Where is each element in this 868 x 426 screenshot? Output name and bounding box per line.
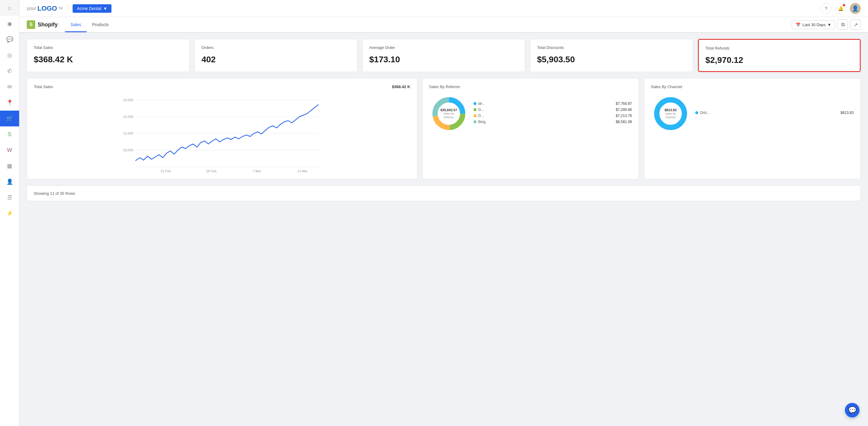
shop-icon: 🛒 xyxy=(6,115,13,122)
channel-donut-wrap: $813.83 Sales By Channel xyxy=(651,94,690,133)
woo-icon: W xyxy=(7,147,12,153)
logo-tm-text: TM xyxy=(58,7,63,10)
tab-sales[interactable]: Sales xyxy=(65,18,87,32)
legend-value-google: $7,286.86 xyxy=(616,108,632,112)
sidebar-item-location[interactable]: 📍 xyxy=(0,95,19,111)
top-header: your LOGO TM Acme Dental ▼ ? 🔔 👤 xyxy=(20,0,868,17)
line-chart-total: $368.42 K xyxy=(392,85,410,89)
channel-donut-value: $813.83 xyxy=(660,108,680,112)
kpi-label-orders: Orders xyxy=(202,45,350,50)
sidebar-item-chat[interactable]: 💬 xyxy=(0,32,19,48)
svg-text:10,000: 10,000 xyxy=(123,148,133,152)
referrer-chart-header: Sales By Referrer xyxy=(429,85,632,89)
kpi-value-orders: 402 xyxy=(202,55,350,64)
date-filter-label: Last 30 Days xyxy=(802,23,826,27)
referrer-legend: dir... $7,760.87 G... $7,286.86 D... $7,… xyxy=(473,101,632,126)
sidebar-item-activity[interactable]: ◉ xyxy=(0,16,19,32)
main-content: Total Sales $368.42 K Orders 402 Average… xyxy=(20,33,868,426)
legend-item-online: Onli... $813.83 xyxy=(695,111,854,115)
kpi-card-total-sales: Total Sales $368.42 K xyxy=(27,39,189,72)
sidebar-item-home[interactable]: ⌂ xyxy=(0,0,19,16)
company-button[interactable]: Acme Dental ▼ xyxy=(72,4,112,13)
channel-legend: Onli... $813.83 xyxy=(695,111,854,117)
kpi-value-average-order: $173.10 xyxy=(369,55,518,64)
kpi-label-total-sales: Total Sales xyxy=(34,45,183,50)
chart-row: Total Sales $368.42 K 16,000 14,000 xyxy=(27,78,861,179)
svg-text:14 Mar: 14 Mar xyxy=(297,169,308,173)
kpi-card-orders: Orders 402 xyxy=(194,39,357,72)
calendar-icon: 📅 xyxy=(796,23,801,27)
legend-label-d: D... xyxy=(478,114,614,118)
content-header: S Shopify Sales Products 📅 Last 30 Days … xyxy=(20,17,868,33)
svg-text:16,000: 16,000 xyxy=(123,98,133,102)
sidebar-item-woo[interactable]: W xyxy=(0,142,19,158)
legend-item-dir: dir... $7,760.87 xyxy=(473,101,632,106)
kpi-label-average-order: Average Order xyxy=(369,45,518,50)
share-button[interactable]: ↗ xyxy=(850,20,861,30)
sidebar-item-plug[interactable]: ⚡ xyxy=(0,205,19,221)
shopify-icon: S xyxy=(8,131,11,138)
sidebar-item-users[interactable]: 👤 xyxy=(0,174,19,190)
kpi-label-total-refunds: Total Refunds xyxy=(706,46,853,51)
home-icon: ⌂ xyxy=(8,5,11,11)
share-icon: ↗ xyxy=(854,22,858,28)
svg-text:7 Mar: 7 Mar xyxy=(253,169,261,173)
legend-dot-google xyxy=(473,108,476,111)
help-icon: ? xyxy=(825,6,827,11)
bell-icon: 🔔 xyxy=(838,6,844,11)
plug-icon: ⚡ xyxy=(6,210,13,217)
line-chart-header: Total Sales $368.42 K xyxy=(34,85,410,89)
sidebar-item-target[interactable]: ◎ xyxy=(0,48,19,63)
date-filter-button[interactable]: 📅 Last 30 Days ▼ xyxy=(792,20,835,29)
legend-item-bing: Bing $8,581.08 xyxy=(473,120,632,124)
legend-item-google: G... $7,286.86 xyxy=(473,108,632,112)
sidebar-item-reports[interactable]: ▦ xyxy=(0,158,19,174)
kpi-card-average-order: Average Order $173.10 xyxy=(362,39,525,72)
legend-label-google: G... xyxy=(478,108,614,112)
tabs-right: 📅 Last 30 Days ▼ ⧉ ↗ xyxy=(792,20,861,30)
help-button[interactable]: ? xyxy=(820,3,832,14)
legend-label-online: Onli... xyxy=(700,111,839,115)
logo-LOGO-text: LOGO xyxy=(37,5,57,12)
sidebar-item-list[interactable]: ☰ xyxy=(0,190,19,205)
channel-chart-title: Sales By Channel xyxy=(651,85,682,89)
users-icon: 👤 xyxy=(6,178,13,185)
legend-dot-d xyxy=(473,114,476,117)
svg-text:28 Feb: 28 Feb xyxy=(206,169,217,173)
columns-button[interactable]: ⧉ xyxy=(838,20,848,30)
sales-by-referrer-card: Sales By Referrer xyxy=(422,78,639,179)
activity-icon: ◉ xyxy=(7,20,12,27)
chat-icon: 💬 xyxy=(6,36,13,43)
logo-area: your LOGO TM xyxy=(27,5,63,12)
legend-dot-dir xyxy=(473,102,476,105)
chat-bubble-button[interactable]: 💬 xyxy=(845,403,860,418)
legend-value-bing: $8,581.08 xyxy=(616,120,632,124)
shopify-brand: S Shopify xyxy=(27,20,58,29)
date-chevron-icon: ▼ xyxy=(827,23,831,27)
main-container: your LOGO TM Acme Dental ▼ ? 🔔 👤 xyxy=(20,0,868,426)
referrer-chart-title: Sales By Referrer xyxy=(429,85,460,89)
chat-bubble-icon: 💬 xyxy=(848,406,857,414)
sidebar-item-email[interactable]: ✉ xyxy=(0,79,19,95)
notification-button[interactable]: 🔔 xyxy=(835,3,846,14)
sales-by-channel-card: Sales By Channel $813.83 Sales By Channe… xyxy=(644,78,861,179)
sidebar-item-shop[interactable]: 🛒 xyxy=(0,111,19,126)
tabs-left: S Shopify Sales Products xyxy=(27,18,114,32)
header-right: ? 🔔 👤 xyxy=(820,3,861,14)
avatar[interactable]: 👤 xyxy=(850,3,861,14)
sidebar-item-phone[interactable]: ✆ xyxy=(0,63,19,79)
legend-value-online: $813.83 xyxy=(841,111,854,115)
legend-value-d: $7,213.76 xyxy=(616,114,632,118)
columns-icon: ⧉ xyxy=(841,22,845,27)
referrer-donut-sublabel: Sales By Referrer xyxy=(439,112,459,119)
sidebar-item-shopify[interactable]: S xyxy=(0,126,19,142)
target-icon: ◎ xyxy=(7,52,12,59)
sidebar: ⌂ ◉ 💬 ◎ ✆ ✉ 📍 🛒 S W ▦ 👤 ☰ ⚡ xyxy=(0,0,20,426)
line-chart-title: Total Sales xyxy=(34,85,53,89)
reports-icon: ▦ xyxy=(7,162,12,169)
phone-icon: ✆ xyxy=(7,68,12,74)
shopify-logo-icon: S xyxy=(27,20,35,29)
legend-label-dir: dir... xyxy=(478,101,614,106)
logo-your-text: your xyxy=(27,6,36,11)
tab-products[interactable]: Products xyxy=(87,18,114,32)
